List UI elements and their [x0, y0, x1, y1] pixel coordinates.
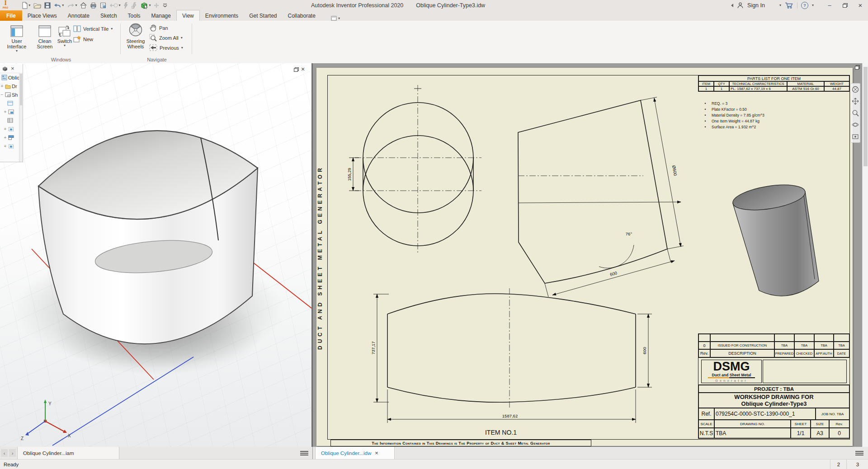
- ribbon-group-separator: [120, 23, 121, 54]
- collapse-icon[interactable]: [731, 4, 733, 7]
- home-button[interactable]: [80, 2, 87, 9]
- revision-cell: TBA: [774, 342, 794, 349]
- tab-sketch[interactable]: Sketch: [95, 10, 123, 21]
- update-button[interactable]: [123, 2, 128, 9]
- drawing-viewport[interactable]: DUCT AND SHEET METAL GENERATOR: [313, 63, 862, 447]
- minimize-button[interactable]: –: [824, 1, 835, 9]
- model-viewport[interactable]: Y X Z × Obliq + Dr: [0, 63, 311, 447]
- new-file-button[interactable]: ▾: [22, 2, 30, 9]
- view-flat-pattern[interactable]: 737,17 600 1587,62 ITEM NO.1: [371, 288, 652, 436]
- new-window-button[interactable]: New: [73, 35, 113, 43]
- logo-block-empty-cell: [763, 360, 847, 383]
- parts-list-table[interactable]: PARTS LIST FOR ONE ITEM ITEM QTY TECHNIC…: [698, 75, 850, 92]
- pane-restore-icon[interactable]: [294, 67, 298, 71]
- iso-view-image[interactable]: [731, 181, 819, 296]
- sheet-label-cell: SHEET: [791, 420, 811, 428]
- drawing-pane-restore-icon[interactable]: [855, 65, 859, 69]
- look-at-icon[interactable]: [852, 133, 859, 140]
- help-caret-icon[interactable]: ▾: [812, 4, 814, 7]
- collapse-icon[interactable]: −: [0, 92, 4, 97]
- expand-icon[interactable]: +: [3, 135, 7, 140]
- parts-list-cell: ASTM 516 Gr.60: [787, 86, 824, 91]
- browser-close-icon[interactable]: ×: [11, 65, 14, 72]
- tab-annotate[interactable]: Annotate: [62, 10, 95, 21]
- material-appearance-button[interactable]: ▾: [141, 2, 151, 9]
- ribbon-display-icon: [331, 16, 337, 21]
- model-3d-canvas[interactable]: Y X Z: [0, 63, 311, 447]
- zoom-icon[interactable]: [852, 109, 859, 117]
- windows-group-label: Windows: [5, 57, 118, 62]
- scrollbar-thumb[interactable]: [863, 67, 868, 166]
- steering-wheels-icon: [128, 23, 143, 37]
- previous-view-button[interactable]: Previous ▾: [149, 43, 183, 52]
- bullet-icon: •: [703, 125, 707, 129]
- tab-place-views[interactable]: Place Views: [22, 10, 62, 21]
- pane-close-icon[interactable]: ×: [301, 66, 305, 73]
- open-file-button[interactable]: [33, 2, 41, 9]
- save-button[interactable]: [44, 2, 51, 9]
- revision-cell: ISSUED FOR CONSTRUCTION: [710, 342, 774, 349]
- pan-button[interactable]: Pan: [149, 23, 183, 32]
- tab-scroll-next-button[interactable]: ›: [9, 449, 16, 457]
- vertical-tile-icon: [73, 25, 81, 32]
- cylinder-model[interactable]: [38, 131, 258, 344]
- sign-in-caret-icon[interactable]: ▾: [779, 4, 781, 7]
- drawing-standards-button[interactable]: [100, 2, 106, 9]
- browser-model-icon[interactable]: [2, 66, 8, 71]
- expand-icon[interactable]: +: [0, 84, 4, 89]
- tab-assembly-document[interactable]: Oblique Cylinder...iam: [17, 447, 119, 459]
- tab-get-started[interactable]: Get Started: [244, 10, 282, 21]
- expand-icon[interactable]: +: [3, 109, 7, 114]
- new-file-caret-icon[interactable]: ▾: [28, 4, 30, 7]
- revision-cell: [814, 334, 834, 342]
- redo-button[interactable]: ▾: [67, 3, 77, 8]
- user-interface-button[interactable]: User Interface ▾: [4, 23, 30, 53]
- return-caret-icon[interactable]: ▾: [118, 4, 120, 7]
- steering-wheel-icon[interactable]: [852, 86, 859, 93]
- expand-icon[interactable]: +: [3, 127, 7, 131]
- tab-list-menu-button-right[interactable]: [855, 451, 863, 455]
- drawing-scrollbar[interactable]: [862, 63, 868, 447]
- ribbon-display-button[interactable]: ▾: [331, 16, 340, 21]
- return-button[interactable]: ▾: [109, 3, 120, 8]
- steering-wheels-button[interactable]: Steering Wheels: [124, 23, 147, 49]
- zoom-all-button[interactable]: Zoom All ▾: [149, 33, 183, 42]
- undo-button[interactable]: ▾: [54, 3, 64, 8]
- redo-caret-icon[interactable]: ▾: [75, 4, 77, 7]
- tab-environments[interactable]: Environments: [200, 10, 244, 21]
- tab-manage[interactable]: Manage: [146, 10, 176, 21]
- tab-scroll-prev-button[interactable]: ‹: [1, 449, 8, 457]
- close-button[interactable]: ×: [854, 1, 866, 9]
- view-side[interactable]: 76° 600 Ø600: [518, 97, 684, 297]
- expand-icon[interactable]: +: [3, 144, 7, 149]
- status-ready-text: Ready: [4, 462, 19, 467]
- customize-toolbar-button[interactable]: [162, 3, 168, 8]
- tab-list-menu-button[interactable]: [300, 451, 308, 455]
- vertical-tile-button[interactable]: Vertical Tile ▾: [73, 24, 113, 33]
- drawing-sheet[interactable]: DUCT AND SHEET METAL GENERATOR: [316, 68, 853, 446]
- pan-icon[interactable]: [852, 98, 859, 105]
- browser-scrollbar[interactable]: [19, 73, 23, 162]
- add-command-button[interactable]: [154, 3, 159, 8]
- store-cart-icon[interactable]: [785, 2, 793, 9]
- view-top[interactable]: 155,29: [347, 85, 481, 254]
- inventor-logo-icon[interactable]: I PRO: [3, 1, 8, 10]
- local-update-button[interactable]: [132, 2, 137, 9]
- tab-file[interactable]: File: [0, 10, 22, 21]
- status-cell-occurrences: 2: [830, 460, 847, 469]
- orbit-icon[interactable]: [852, 121, 859, 128]
- tab-close-icon[interactable]: ×: [375, 450, 378, 456]
- tab-view[interactable]: View: [176, 10, 200, 21]
- document-title-text: Oblique Cylinder-Type3.idw: [416, 2, 485, 9]
- folder-icon: [5, 84, 11, 89]
- sign-in-button[interactable]: Sign In: [747, 2, 765, 9]
- tab-drawing-document[interactable]: Oblique Cylinder...idw ×: [315, 447, 395, 460]
- material-caret-icon[interactable]: ▾: [149, 4, 151, 7]
- restore-button[interactable]: [839, 1, 851, 9]
- orientation-triad: Y X Z: [21, 399, 71, 441]
- tab-collaborate[interactable]: Collaborate: [283, 10, 321, 21]
- print-button[interactable]: [90, 2, 97, 9]
- help-button[interactable]: ?: [801, 2, 808, 9]
- tab-tools[interactable]: Tools: [123, 10, 146, 21]
- undo-caret-icon[interactable]: ▾: [62, 4, 64, 7]
